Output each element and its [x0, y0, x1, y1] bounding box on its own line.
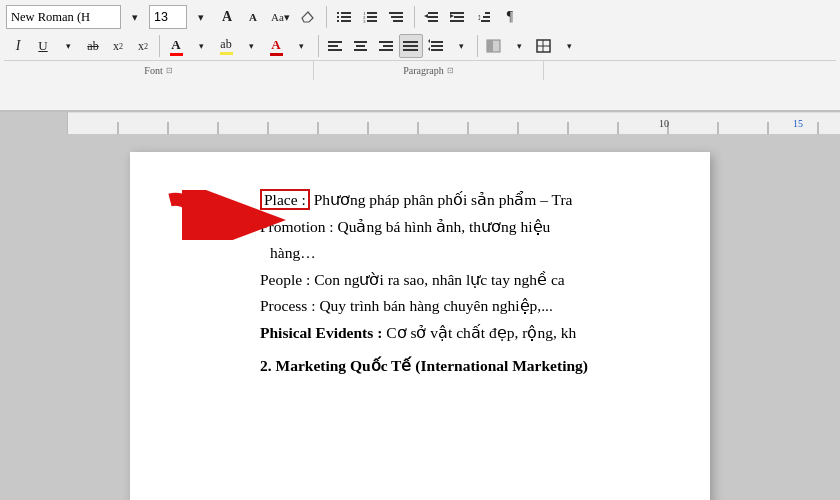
decrease-indent-button[interactable] [420, 5, 444, 29]
svg-text:3: 3 [363, 19, 366, 24]
section-heading-line: 2. Marketing Quốc Tế (International Mark… [260, 353, 660, 379]
ribbon-row-1: ▾ ▾ A A Aa▾ 123 [4, 2, 836, 32]
separator-1 [326, 6, 327, 28]
svg-rect-34 [379, 41, 393, 43]
align-left-button[interactable] [324, 34, 348, 58]
svg-rect-42 [431, 49, 443, 51]
svg-rect-12 [367, 20, 377, 22]
svg-rect-37 [403, 41, 418, 43]
font-color-button[interactable]: A [164, 34, 188, 58]
svg-rect-23 [450, 20, 464, 22]
font-name-input[interactable] [6, 5, 121, 29]
promotion-label: Promotion : Quảng bá hình ảnh, thương hi… [260, 218, 550, 235]
font-name-dropdown[interactable]: ▾ [123, 5, 147, 29]
svg-rect-2 [341, 12, 351, 14]
superscript-button[interactable]: x2 [131, 34, 155, 58]
app-window: ▾ ▾ A A Aa▾ 123 [0, 0, 840, 500]
grow-font-button[interactable]: A [215, 5, 239, 29]
font-section-expand[interactable]: ⊡ [166, 66, 173, 75]
process-text: Process : Quy trình bán hàng chuyên nghi… [260, 297, 553, 314]
highlight-button[interactable]: ab [214, 34, 238, 58]
separator-4 [318, 35, 319, 57]
ribbon-row-2: I U ▾ ab x2 x2 A ▾ ab ▾ [4, 32, 836, 60]
italic-button[interactable]: I [6, 34, 30, 58]
svg-rect-13 [389, 12, 403, 14]
svg-rect-39 [403, 49, 418, 51]
borders-button[interactable] [532, 34, 556, 58]
paragraph-section-label: Paragraph ⊡ [314, 61, 544, 80]
svg-rect-41 [431, 45, 443, 47]
svg-rect-40 [431, 41, 443, 43]
svg-rect-25 [485, 12, 490, 14]
svg-rect-15 [393, 20, 403, 22]
svg-rect-27 [481, 20, 490, 22]
svg-rect-38 [403, 45, 418, 47]
line-spacing-button[interactable] [424, 34, 448, 58]
svg-rect-5 [337, 20, 339, 22]
hang-text: hàng… [270, 244, 316, 261]
align-justify-button[interactable] [399, 34, 423, 58]
svg-rect-6 [341, 20, 351, 22]
increase-indent-button[interactable] [446, 5, 470, 29]
svg-rect-14 [391, 16, 403, 18]
place-line: Place : Phương pháp phân phối sản phẩm –… [260, 187, 660, 213]
svg-rect-19 [428, 20, 438, 22]
red-arrow-container [160, 190, 290, 244]
svg-rect-32 [356, 45, 365, 47]
underline-dropdown[interactable]: ▾ [56, 34, 80, 58]
svg-rect-33 [354, 49, 367, 51]
people-line: People : Con người ra sao, nhân lực tay … [260, 267, 660, 293]
shrink-font-button[interactable]: A [241, 5, 265, 29]
bullet-list-button[interactable] [333, 5, 357, 29]
pilcrow-button[interactable]: ¶ [498, 5, 522, 29]
promotion-line: Promotion : Quảng bá hình ảnh, thương hi… [260, 214, 660, 240]
svg-marker-43 [428, 39, 430, 43]
underline-button[interactable]: U [31, 34, 55, 58]
strikethrough-button[interactable]: ab [81, 34, 105, 58]
line-spacing-dropdown[interactable]: ▾ [449, 34, 473, 58]
svg-rect-22 [454, 16, 464, 18]
align-right-button[interactable] [374, 34, 398, 58]
svg-marker-17 [424, 14, 428, 18]
phisical-text: Cơ sở vật chất đẹp, rộng, kh [382, 324, 576, 341]
svg-rect-3 [337, 16, 339, 18]
word-page: Place : Phương pháp phân phối sản phẩm –… [130, 152, 710, 500]
case-button[interactable]: Aa▾ [267, 5, 294, 29]
place-text: Phương pháp phân phối sản phẩm – Tra [310, 191, 573, 208]
ruler: 10 15 [0, 112, 840, 134]
paragraph-section-expand[interactable]: ⊡ [447, 66, 454, 75]
process-line: Process : Quy trình bán hàng chuyên nghi… [260, 293, 660, 319]
svg-rect-20 [450, 12, 464, 14]
phisical-label: Phisical Evidents : [260, 324, 382, 341]
svg-rect-1 [337, 12, 339, 14]
separator-3 [159, 35, 160, 57]
people-text: People : Con người ra sao, nhân lực tay … [260, 271, 565, 288]
svg-marker-44 [428, 47, 430, 51]
font-size-dropdown[interactable]: ▾ [189, 5, 213, 29]
shading-button[interactable] [482, 34, 506, 58]
shading-dropdown[interactable]: ▾ [507, 34, 531, 58]
svg-rect-29 [328, 45, 338, 47]
multilevel-list-button[interactable] [385, 5, 409, 29]
highlight-dropdown[interactable]: ▾ [239, 34, 263, 58]
text-shading-button[interactable]: A [264, 34, 288, 58]
clear-format-button[interactable] [296, 5, 320, 29]
section-heading: 2. Marketing Quốc Tế (International Mark… [260, 357, 588, 374]
svg-marker-0 [302, 12, 313, 22]
svg-text:10: 10 [659, 118, 669, 129]
sort-button[interactable]: ↕ [472, 5, 496, 29]
svg-rect-4 [341, 16, 351, 18]
font-color-dropdown[interactable]: ▾ [189, 34, 213, 58]
borders-dropdown[interactable]: ▾ [557, 34, 581, 58]
svg-text:↕: ↕ [477, 12, 482, 22]
align-center-button[interactable] [349, 34, 373, 58]
text-shading-dropdown[interactable]: ▾ [289, 34, 313, 58]
svg-rect-16 [428, 12, 438, 14]
subscript-button[interactable]: x2 [106, 34, 130, 58]
document-area: Place : Phương pháp phân phối sản phẩm –… [0, 134, 840, 500]
separator-5 [477, 35, 478, 57]
font-size-input[interactable] [149, 5, 187, 29]
phisical-line: Phisical Evidents : Cơ sở vật chất đẹp, … [260, 320, 660, 346]
svg-rect-35 [383, 45, 393, 47]
numbered-list-button[interactable]: 123 [359, 5, 383, 29]
